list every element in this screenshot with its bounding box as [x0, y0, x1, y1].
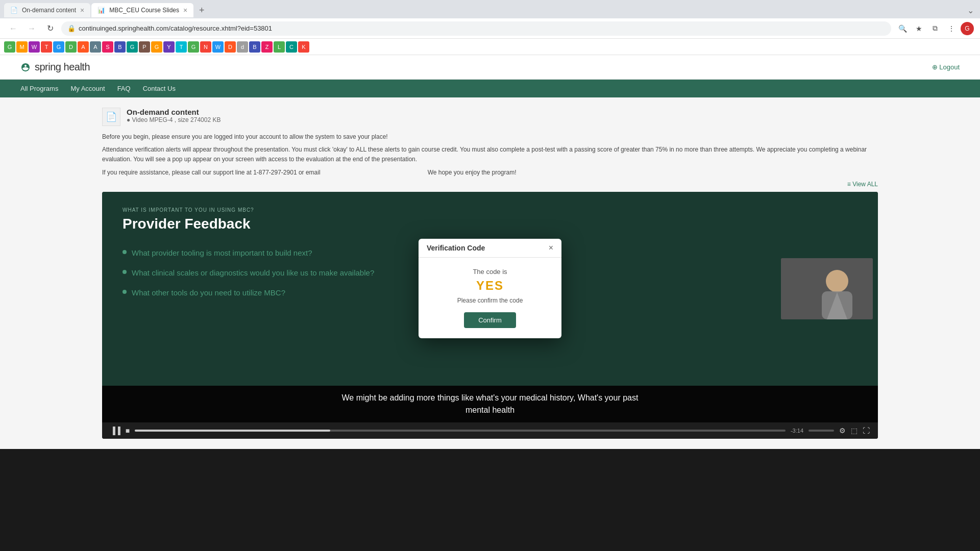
- address-bar[interactable]: 🔒 continuinged.springhealth.com/catalog/…: [61, 21, 891, 36]
- browser-chrome: 📄 On-demand content × 📊 MBC_CEU Course S…: [0, 0, 980, 55]
- logout-link[interactable]: ⊕ Logout: [932, 63, 960, 71]
- fullscreen-button[interactable]: ⛶: [863, 427, 870, 435]
- more-icon-btn[interactable]: ⋮: [944, 21, 959, 36]
- tab-overflow-btn[interactable]: ⌄: [965, 4, 976, 17]
- ext-15[interactable]: T: [176, 41, 187, 53]
- tab-favicon-2: 📊: [97, 7, 105, 14]
- ext-2[interactable]: M: [16, 41, 28, 53]
- logo-text: spring health: [35, 61, 90, 73]
- ext-17[interactable]: N: [200, 41, 211, 53]
- ext-11[interactable]: G: [127, 41, 138, 53]
- resource-meta-text: ● Video MPEG-4 , size 274002 KB: [127, 116, 220, 123]
- user-avatar[interactable]: G: [961, 22, 974, 35]
- play-pause-button[interactable]: ▐▐: [110, 427, 120, 435]
- modal-overlay: Verification Code × The code is YES Plea…: [102, 192, 878, 386]
- progress-fill: [135, 430, 330, 432]
- ext-16[interactable]: G: [188, 41, 199, 53]
- video-progress-bar[interactable]: [135, 430, 786, 432]
- bookmark-icon-btn[interactable]: ★: [912, 21, 926, 36]
- ext-10[interactable]: B: [114, 41, 126, 53]
- video-container: What is important to you in using MBC? P…: [102, 192, 878, 439]
- ext-6[interactable]: D: [65, 41, 77, 53]
- tab-favicon: 📄: [10, 7, 18, 14]
- modal-confirm-hint: Please confirm the code: [427, 297, 553, 304]
- search-icon-btn[interactable]: 🔍: [895, 21, 910, 36]
- subtitle-line2: mental health: [465, 406, 514, 414]
- lock-icon: 🔒: [67, 24, 76, 32]
- forward-button[interactable]: →: [24, 21, 39, 36]
- tab-on-demand[interactable]: 📄 On-demand content ×: [4, 3, 90, 17]
- nav-my-account[interactable]: My Account: [70, 80, 105, 97]
- resource-desc-2: Attendance verification alerts will appe…: [102, 145, 878, 164]
- nav-faq[interactable]: FAQ: [117, 80, 131, 97]
- site-header: spring health ⊕ Logout: [0, 55, 980, 80]
- ext-23[interactable]: L: [274, 41, 285, 53]
- subtitle-text: We might be adding more things like what…: [112, 392, 868, 416]
- resource-info: On-demand content ● Video MPEG-4 , size …: [127, 108, 220, 123]
- resource-desc-3: If you require assistance, please call o…: [102, 168, 878, 178]
- reload-button[interactable]: ↻: [43, 21, 57, 36]
- modal-header: Verification Code ×: [419, 239, 561, 258]
- ext-22[interactable]: Z: [261, 41, 273, 53]
- resource-meta: ● Video MPEG-4 , size 274002 KB: [127, 116, 220, 123]
- website-content: spring health ⊕ Logout All Programs My A…: [0, 55, 980, 449]
- ext-20[interactable]: d: [237, 41, 248, 53]
- ext-25[interactable]: K: [298, 41, 309, 53]
- ext-7[interactable]: A: [78, 41, 89, 53]
- verification-modal: Verification Code × The code is YES Plea…: [419, 239, 561, 338]
- stop-button[interactable]: ■: [126, 427, 130, 435]
- settings-button[interactable]: ⚙: [839, 427, 846, 435]
- extension-icon-btn[interactable]: ⧉: [928, 21, 942, 36]
- ext-5[interactable]: G: [53, 41, 64, 53]
- tab-label-2: MBC_CEU Course Slides: [109, 7, 179, 14]
- resource-desc-1: Before you begin, please ensure you are …: [102, 132, 878, 142]
- modal-code-value: YES: [427, 279, 553, 293]
- ext-18[interactable]: W: [212, 41, 224, 53]
- subtitle-line1: We might be adding more things like what…: [342, 393, 639, 402]
- resource-title: On-demand content: [127, 108, 220, 116]
- view-all-link[interactable]: ≡ View ALL: [102, 181, 878, 188]
- modal-body: The code is YES Please confirm the code …: [419, 258, 561, 338]
- ext-1[interactable]: G: [4, 41, 15, 53]
- video-slide: What is important to you in using MBC? P…: [102, 192, 878, 386]
- navigation-bar: ← → ↻ 🔒 continuinged.springhealth.com/ca…: [0, 18, 980, 39]
- tab-bar: 📄 On-demand content × 📊 MBC_CEU Course S…: [0, 0, 980, 18]
- ext-19[interactable]: D: [225, 41, 236, 53]
- site-navigation: All Programs My Account FAQ Contact Us: [0, 80, 980, 97]
- pip-button[interactable]: ⬚: [851, 427, 857, 435]
- ext-3[interactable]: W: [29, 41, 40, 53]
- tab-mbc-slides[interactable]: 📊 MBC_CEU Course Slides ×: [91, 3, 193, 17]
- ext-9[interactable]: S: [102, 41, 113, 53]
- tab-close-btn-2[interactable]: ×: [183, 7, 187, 14]
- modal-code-label: The code is: [427, 268, 553, 276]
- site-logo: spring health: [20, 61, 90, 73]
- new-tab-button[interactable]: +: [194, 3, 209, 17]
- content-area: 📄 On-demand content ● Video MPEG-4 , siz…: [0, 97, 980, 449]
- modal-title: Verification Code: [427, 244, 485, 252]
- subtitle-bar: We might be adding more things like what…: [102, 386, 878, 422]
- extensions-bar: G M W T G D A A S B G P G Y T G N W D d …: [0, 39, 980, 55]
- video-controls: ▐▐ ■ -3:14 ⚙ ⬚ ⛶: [102, 422, 878, 439]
- tab-label: On-demand content: [22, 7, 76, 14]
- url-text: continuinged.springhealth.com/catalog/re…: [79, 24, 885, 32]
- nav-all-programs[interactable]: All Programs: [20, 80, 58, 97]
- ext-21[interactable]: B: [249, 41, 260, 53]
- time-remaining: -3:14: [791, 428, 803, 434]
- ext-8[interactable]: A: [90, 41, 101, 53]
- back-button[interactable]: ←: [6, 21, 20, 36]
- logo-icon: [20, 62, 31, 72]
- ext-24[interactable]: C: [286, 41, 297, 53]
- tab-close-btn[interactable]: ×: [80, 7, 84, 14]
- resource-header: 📄 On-demand content ● Video MPEG-4 , siz…: [102, 108, 878, 126]
- volume-slider[interactable]: [808, 430, 834, 432]
- ext-4[interactable]: T: [41, 41, 52, 53]
- confirm-button[interactable]: Confirm: [464, 312, 516, 328]
- nav-contact-us[interactable]: Contact Us: [143, 80, 176, 97]
- ext-14[interactable]: Y: [163, 41, 175, 53]
- modal-close-button[interactable]: ×: [549, 244, 553, 252]
- ext-12[interactable]: P: [139, 41, 150, 53]
- browser-nav-icons: 🔍 ★ ⧉ ⋮ G: [895, 21, 974, 36]
- resource-icon: 📄: [102, 108, 120, 126]
- ext-13[interactable]: G: [151, 41, 162, 53]
